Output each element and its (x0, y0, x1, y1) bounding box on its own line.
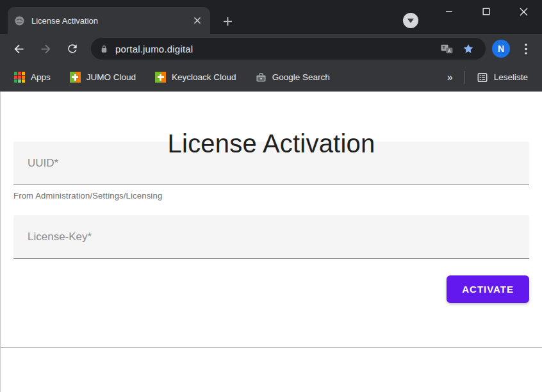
browser-menu-icon[interactable] (516, 39, 536, 58)
browser-window: License Activation (0, 0, 542, 392)
bookmark-google-search[interactable]: Google Search (250, 69, 335, 86)
briefcase-favicon-icon (256, 72, 267, 83)
license-form: From Administration/Settings/Licensing A… (1, 142, 542, 303)
back-button[interactable] (7, 37, 30, 60)
tab-license-activation[interactable]: License Activation (8, 7, 210, 34)
reading-list-button[interactable]: Leseliste (472, 69, 533, 86)
bookmark-label: Apps (31, 72, 51, 82)
tab-search-button[interactable] (403, 13, 418, 28)
footer-area (1, 348, 542, 391)
tab-title: License Activation (31, 16, 191, 26)
activate-button[interactable]: ACTIVATE (447, 275, 529, 303)
reading-list-icon (477, 72, 488, 83)
jumo-favicon-icon (155, 72, 166, 83)
tab-close-icon[interactable] (191, 14, 204, 27)
bookmark-apps[interactable]: Apps (9, 69, 56, 86)
bookmark-label: Keycloack Cloud (172, 72, 236, 82)
uuid-hint-text: From Administration/Settings/Licensing (13, 191, 529, 200)
url-text: portal.jumo.digital (115, 44, 433, 54)
forward-button[interactable] (34, 37, 57, 60)
bookmark-label: Google Search (272, 72, 330, 82)
bookmark-star-icon[interactable] (460, 40, 477, 57)
close-window-button[interactable] (505, 0, 542, 23)
jumo-favicon-icon (70, 72, 81, 83)
lock-icon (100, 44, 108, 54)
bookmark-keycloack-cloud[interactable]: Keycloack Cloud (150, 69, 242, 86)
bookmark-label: JUMO Cloud (86, 72, 136, 82)
translate-icon[interactable] (438, 40, 455, 57)
reading-list-label: Leseliste (494, 72, 528, 82)
page-title: License Activation (1, 92, 542, 128)
profile-avatar[interactable]: N (492, 40, 510, 58)
bookmark-jumo-cloud[interactable]: JUMO Cloud (65, 69, 141, 86)
apps-grid-icon (14, 72, 25, 83)
bookmarks-bar: Apps JUMO Cloud Keycloack Cloud Google S… (0, 63, 542, 92)
license-key-input[interactable] (13, 215, 529, 259)
browser-toolbar: portal.jumo.digital N (0, 34, 542, 63)
globe-favicon-icon (14, 15, 25, 26)
window-controls (431, 0, 542, 23)
button-row: ACTIVATE (13, 275, 529, 303)
new-tab-button[interactable] (218, 12, 236, 30)
profile-initial: N (498, 44, 504, 54)
address-bar[interactable]: portal.jumo.digital (91, 38, 486, 60)
bookmarks-overflow-chevron[interactable]: » (442, 69, 458, 86)
reload-button[interactable] (61, 37, 84, 60)
license-activation-card: License Activation From Administration/S… (1, 92, 542, 348)
page-content: License Activation From Administration/S… (0, 92, 542, 392)
maximize-button[interactable] (468, 0, 505, 23)
tab-strip: License Activation (0, 0, 542, 34)
minimize-button[interactable] (431, 0, 468, 23)
bookmarks-divider (464, 71, 465, 84)
